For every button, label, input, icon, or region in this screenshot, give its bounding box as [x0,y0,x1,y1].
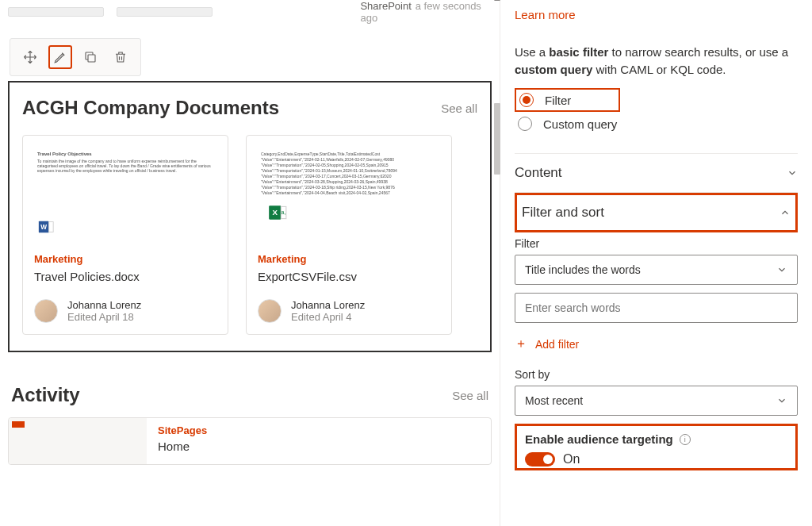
file-placeholder-1 [8,7,104,17]
radio-label: Filter [545,94,571,107]
card-title: Travel Policies.docx [34,270,216,283]
radio-custom-query[interactable]: Custom query [515,112,798,136]
card-title: ExportCSVFile.csv [258,270,440,283]
chevron-down-icon [776,395,787,406]
see-all-link[interactable]: See all [452,389,488,402]
audience-toggle[interactable]: On [525,452,787,466]
filter-label: Filter [515,237,798,250]
add-filter-button[interactable]: ＋ Add filter [515,336,798,352]
content-section-header[interactable]: Content [515,154,798,192]
card-edited: Edited April 4 [291,311,365,323]
filter-dropdown[interactable]: Title includes the words [515,255,798,285]
card-preview: Category,EndDate,ExpenseType,StartDate,T… [258,145,440,247]
card-category: Marketing [258,253,440,265]
section-label: Content [515,165,562,181]
card-author: Johanna Lorenz [67,299,141,311]
activity-title: Activity [11,384,80,406]
plus-icon: ＋ [515,336,527,352]
info-icon[interactable]: i [680,434,691,445]
activity-source: SitePages [158,424,207,436]
learn-more-link[interactable]: Learn more [515,8,576,21]
word-icon: W [37,218,55,236]
svg-text:a,: a, [282,209,286,215]
see-all-link[interactable]: See all [441,102,477,115]
scroll-up-icon[interactable] [494,0,500,1]
toggle-label: On [563,452,580,466]
activity-item[interactable]: SitePages Home [8,417,492,465]
filter-description: Use a basic filter to narrow search resu… [515,44,798,79]
chevron-down-icon [787,167,798,179]
webpart-toolbar [10,38,141,76]
card-edited: Edited April 18 [67,311,141,323]
duplicate-button[interactable] [79,45,102,69]
svg-rect-3 [49,222,53,232]
card-category: Marketing [34,253,216,265]
section-label: Filter and sort [522,205,604,221]
search-words-input[interactable] [515,293,798,323]
documents-webpart: ACGH Company Documents See all Travel Po… [8,81,492,352]
card-author: Johanna Lorenz [291,299,365,311]
chevron-down-icon [776,264,787,275]
radio-filter[interactable]: Filter [515,88,620,112]
activity-name: Home [158,440,207,453]
sort-dropdown[interactable]: Most recent [515,386,798,416]
document-card[interactable]: Travel Policy Objectives To maintain the… [22,135,228,335]
file-placeholder-2 [117,7,213,17]
scrollbar[interactable] [494,103,500,175]
edit-button[interactable] [48,45,72,69]
excel-icon: Xa, [267,202,288,223]
move-button[interactable] [18,45,42,69]
radio-icon [518,117,532,131]
chevron-up-icon [779,207,791,218]
dropdown-value: Title includes the words [525,263,641,276]
activity-thumbnail [9,418,147,464]
avatar [258,299,282,323]
avatar [34,299,58,323]
add-filter-label: Add filter [535,338,579,351]
audience-label-text: Enable audience targeting [525,432,673,446]
radio-icon [519,93,534,107]
dropdown-value: Most recent [525,394,583,407]
delete-button[interactable] [109,45,132,69]
document-card[interactable]: Category,EndDate,ExpenseType,StartDate,T… [246,135,452,335]
radio-label: Custom query [543,117,617,131]
sort-label: Sort by [515,368,798,381]
audience-targeting-box: Enable audience targeting i On [515,424,798,470]
card-preview: Travel Policy Objectives To maintain the… [34,145,216,247]
source-label: SharePointa few seconds ago [360,0,492,24]
webpart-title: ACGH Company Documents [22,97,279,119]
svg-text:X: X [272,208,278,217]
svg-rect-0 [88,55,95,62]
filter-sort-section-header[interactable]: Filter and sort [515,193,798,232]
svg-text:W: W [40,224,47,231]
